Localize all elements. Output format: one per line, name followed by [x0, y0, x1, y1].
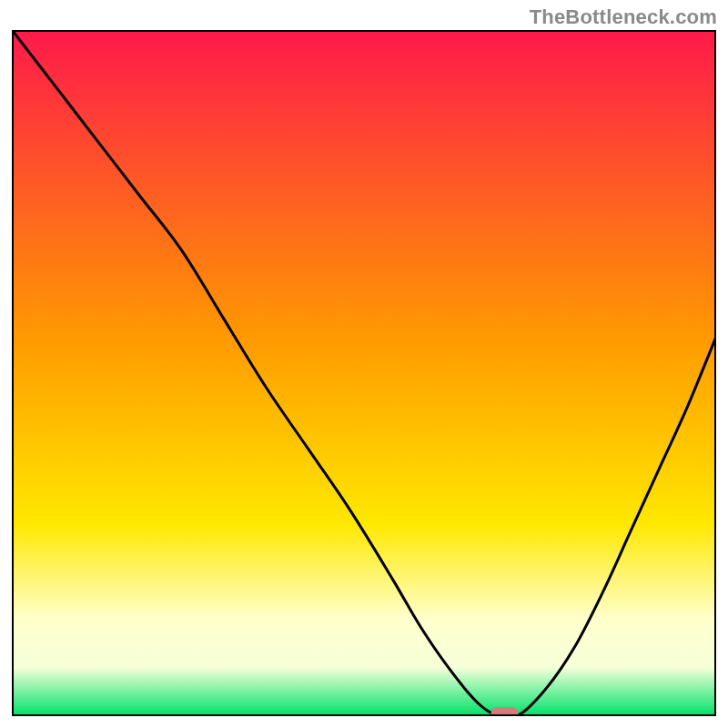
- bottleneck-chart-svg: [0, 0, 728, 728]
- gradient-background: [13, 31, 715, 715]
- attribution-label: TheBottleneck.com: [530, 5, 717, 29]
- chart-container: TheBottleneck.com: [0, 0, 728, 728]
- optimal-marker: [490, 707, 518, 720]
